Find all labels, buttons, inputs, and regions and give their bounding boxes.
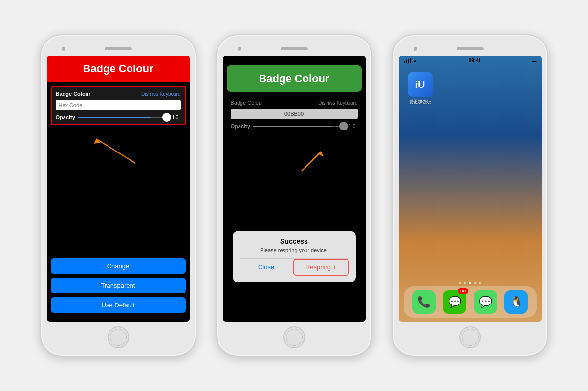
dock: 📞 💬 141 💬 🐧 xyxy=(404,286,537,318)
dismiss-link[interactable]: Dismiss Keyboard xyxy=(141,91,181,97)
dock-icon-qq[interactable]: 🐧 xyxy=(504,290,528,314)
page-dots xyxy=(399,280,542,286)
phone-3-top xyxy=(399,42,542,56)
qq-icon: 🐧 xyxy=(510,296,523,308)
signal-bar-2 xyxy=(406,60,407,63)
speaker xyxy=(105,47,132,50)
status-left: ▲ xyxy=(404,58,418,63)
dialog-title: Success xyxy=(240,238,349,245)
respring-button[interactable]: Respring + xyxy=(293,259,349,276)
settings-label: Badge Colour xyxy=(56,91,91,97)
opacity-row-2: Opacity 1.0 xyxy=(231,123,358,129)
page-dot-1 xyxy=(459,282,461,284)
signal-bar-3 xyxy=(408,59,409,63)
dialog-buttons: Close Respring + xyxy=(240,258,349,276)
status-time: 09:41 xyxy=(469,58,481,63)
settings-row-2: Badge Colour Dismiss Keyboard xyxy=(231,100,358,106)
close-button[interactable]: Close xyxy=(240,259,293,276)
hex-input-2[interactable] xyxy=(231,109,358,119)
opacity-slider-track-2 xyxy=(253,126,346,127)
wechat-icon: 💬 xyxy=(448,296,461,308)
phone-2-top xyxy=(223,42,366,56)
wifi-icon: ▲ xyxy=(414,58,418,63)
opacity-value-2: 1.0 xyxy=(349,124,358,129)
phone-icon: 📞 xyxy=(417,296,431,308)
phone-3-screen: ▲ 09:41 ▬ iU 爱思加强版 � xyxy=(399,56,542,322)
phone-2-screen: Badge Colour Badge Colour Dismiss Keyboa… xyxy=(223,56,366,322)
front-camera-3 xyxy=(414,47,417,51)
app-icon-aisi[interactable]: iU xyxy=(408,72,433,97)
home-inner xyxy=(110,329,127,346)
messages-icon: 💬 xyxy=(479,296,492,308)
settings-row: Badge Colour Dismiss Keyboard xyxy=(56,91,181,97)
orange-arrow-svg-2 xyxy=(223,137,366,176)
page-dot-4 xyxy=(474,282,476,284)
arrow-annotation xyxy=(47,129,190,168)
battery-icon: ▬ xyxy=(532,58,537,63)
signal-bar-1 xyxy=(404,61,405,63)
opacity-row: Opacity 1.0 xyxy=(56,114,181,120)
status-bar: ▲ 09:41 ▬ xyxy=(399,56,542,65)
phone-3: ▲ 09:41 ▬ iU 爱思加强版 � xyxy=(392,34,548,357)
svg-line-0 xyxy=(96,139,135,163)
home-inner-3 xyxy=(462,329,479,346)
badge-header-red: Badge Colour xyxy=(47,56,190,82)
badge-header-green: Badge Colour xyxy=(227,65,362,92)
front-camera xyxy=(62,47,65,51)
app-icon-label: 爱思加强版 xyxy=(409,99,431,105)
opacity-slider-thumb[interactable] xyxy=(162,113,171,122)
front-camera-2 xyxy=(238,47,241,51)
phone-1-top xyxy=(47,42,190,56)
dock-icon-messages[interactable]: 💬 xyxy=(474,290,497,314)
page-dot-2 xyxy=(464,282,466,284)
settings-section: Badge Colour Dismiss Keyboard Opacity 1.… xyxy=(51,86,186,125)
hex-input[interactable] xyxy=(56,100,181,110)
signal-bars xyxy=(404,58,411,63)
transparent-button[interactable]: Transparent xyxy=(51,278,186,293)
dock-icon-wechat[interactable]: 💬 141 xyxy=(443,290,466,314)
home-button-2[interactable] xyxy=(283,326,305,348)
home-button-3[interactable] xyxy=(459,326,481,348)
svg-line-2 xyxy=(302,152,321,171)
speaker-2 xyxy=(281,47,308,50)
app-icon-letter: iU xyxy=(415,79,425,90)
phone-2: Badge Colour Badge Colour Dismiss Keyboa… xyxy=(216,34,372,357)
svg-marker-3 xyxy=(317,152,324,156)
opacity-label-2: Opacity xyxy=(231,123,250,129)
use-default-button[interactable]: Use Default xyxy=(51,297,186,313)
dialog-overlay: Success Please respring your device. Clo… xyxy=(233,231,356,282)
buttons-section: Change Transparent Use Default xyxy=(51,258,186,318)
settings-label-2: Badge Colour xyxy=(231,100,263,106)
app-icon-wrapper: iU 爱思加强版 xyxy=(408,72,433,105)
signal-bar-4 xyxy=(410,58,411,63)
settings-section-2: Badge Colour Dismiss Keyboard Opacity 1.… xyxy=(227,96,362,133)
dock-icon-phone[interactable]: 📞 xyxy=(412,290,436,314)
wechat-badge: 141 xyxy=(458,288,468,294)
phone-1: Badge Colour Badge Colour Dismiss Keyboa… xyxy=(40,34,196,357)
opacity-slider-track xyxy=(78,117,169,118)
page-dot-3 xyxy=(469,282,471,284)
home-inner-2 xyxy=(286,329,303,346)
app-icon-area: iU 爱思加强版 xyxy=(399,65,542,112)
phone-1-screen: Badge Colour Badge Colour Dismiss Keyboa… xyxy=(47,56,190,322)
change-button[interactable]: Change xyxy=(51,258,186,274)
dialog-msg: Please respring your device. xyxy=(240,247,349,253)
speaker-3 xyxy=(457,47,484,50)
orange-arrow-svg xyxy=(47,129,190,168)
opacity-label: Opacity xyxy=(56,114,75,120)
dismiss-link-2[interactable]: Dismiss Keyboard xyxy=(318,100,358,106)
arrow-annotation-2 xyxy=(223,137,366,176)
home-button[interactable] xyxy=(108,326,129,348)
opacity-value: 1.0 xyxy=(172,115,181,120)
opacity-slider-thumb-2[interactable] xyxy=(339,122,348,130)
page-dot-5 xyxy=(479,282,481,284)
